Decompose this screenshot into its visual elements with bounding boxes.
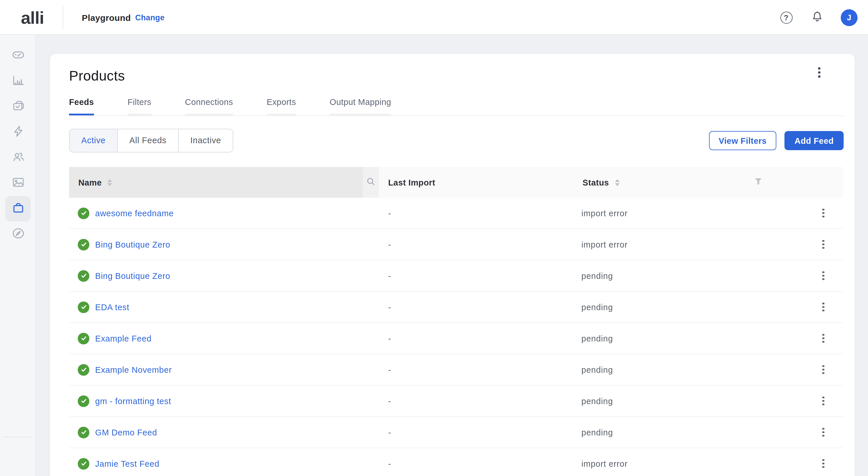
status-value: pending (581, 396, 613, 406)
sidebar-item-automations[interactable] (5, 120, 31, 145)
last-import-value: - (388, 334, 391, 343)
check-circle-icon (78, 301, 89, 313)
table-row: Bing Boutique Zero - pending (69, 260, 843, 292)
table-body: awesome feedname - import error Bing Bou… (69, 198, 843, 476)
row-menu-button[interactable] (816, 298, 830, 316)
column-header-name[interactable]: Name (69, 167, 363, 198)
status-value: pending (581, 302, 613, 312)
table-row: awesome feedname - import error (69, 198, 843, 229)
check-circle-icon (78, 333, 89, 344)
last-import-value: - (388, 459, 391, 468)
column-header-status[interactable]: Status (583, 178, 619, 187)
feed-name-link[interactable]: Example November (95, 365, 172, 374)
sidebar (0, 35, 36, 476)
sidebar-divider (3, 437, 32, 437)
feed-name-link[interactable]: GM Demo Feed (95, 428, 157, 437)
app-root: alli Playground Change ? J (0, 0, 868, 476)
briefcase-check-icon (11, 99, 25, 114)
help-button[interactable]: ? (779, 10, 793, 24)
speedometer-icon (11, 48, 25, 64)
notifications-button[interactable] (810, 10, 824, 24)
status-value: import error (581, 240, 627, 249)
row-menu-button[interactable] (816, 330, 830, 347)
sidebar-item-dashboard[interactable] (5, 43, 31, 68)
lightning-icon (11, 124, 25, 140)
view-filters-button[interactable]: View Filters (709, 131, 776, 150)
user-avatar[interactable]: J (841, 9, 858, 26)
compass-icon (11, 227, 25, 242)
feed-filter-segmented-control: ActiveAll FeedsInactive (69, 129, 233, 152)
last-import-value: - (388, 302, 391, 312)
table-row: Jamie Test Feed - import error (69, 448, 843, 476)
feed-name-link[interactable]: gm - formatting test (95, 396, 171, 406)
table-header: Name Last Import Status (69, 167, 843, 198)
filter-funnel-icon (754, 177, 763, 188)
check-circle-icon (78, 427, 89, 438)
status-value: pending (581, 334, 613, 343)
last-import-value: - (388, 271, 391, 280)
row-menu-button[interactable] (816, 392, 830, 410)
top-header: alli Playground Change ? J (0, 0, 868, 35)
name-search-button[interactable] (363, 167, 379, 198)
row-menu-button[interactable] (816, 236, 830, 253)
feed-name-link[interactable]: Example Feed (95, 334, 151, 343)
status-value: pending (581, 271, 613, 280)
row-menu-button[interactable] (816, 455, 830, 472)
column-header-last-import: Last Import (388, 178, 435, 187)
feed-name-link[interactable]: Bing Boutique Zero (95, 240, 170, 249)
users-icon (11, 150, 25, 166)
segment-active[interactable]: Active (70, 129, 118, 152)
status-value: import error (581, 459, 627, 468)
tab-output-mapping[interactable]: Output Mapping (330, 97, 391, 115)
tab-feeds[interactable]: Feeds (69, 97, 94, 115)
feed-name-link[interactable]: Jamie Test Feed (95, 459, 159, 468)
sidebar-item-products[interactable] (5, 196, 31, 222)
bell-icon (810, 9, 824, 25)
tab-bar: FeedsFiltersConnectionsExportsOutput Map… (69, 97, 844, 116)
check-circle-icon (78, 207, 89, 219)
name-column-label: Name (78, 178, 102, 187)
sidebar-item-audiences[interactable] (5, 145, 31, 170)
row-menu-button[interactable] (816, 267, 830, 284)
feeds-table: Name Last Import Status (69, 167, 843, 476)
sort-icon[interactable] (107, 179, 112, 186)
sidebar-item-creative[interactable] (5, 170, 31, 196)
status-value: pending (581, 365, 613, 374)
tab-connections[interactable]: Connections (185, 97, 233, 115)
change-workspace-link[interactable]: Change (135, 13, 164, 22)
sort-icon[interactable] (615, 179, 619, 186)
segment-all-feeds[interactable]: All Feeds (118, 129, 179, 152)
bar-chart-icon (11, 73, 25, 89)
feed-name-link[interactable]: awesome feedname (95, 208, 174, 218)
check-circle-icon (78, 239, 89, 250)
sidebar-item-tasks[interactable] (5, 94, 31, 120)
row-menu-button[interactable] (816, 204, 830, 222)
workspace-name: Playground (82, 13, 131, 23)
table-row: Bing Boutique Zero - import error (69, 229, 843, 260)
feed-name-link[interactable]: Bing Boutique Zero (95, 271, 170, 280)
row-menu-button[interactable] (816, 423, 830, 441)
sidebar-item-analytics[interactable] (5, 68, 31, 94)
table-row: gm - formatting test - pending (69, 385, 843, 417)
row-menu-button[interactable] (816, 361, 830, 378)
status-filter-button[interactable] (750, 167, 767, 198)
status-column-label: Status (583, 178, 609, 187)
page-title: Products (69, 54, 844, 84)
check-circle-icon (78, 364, 89, 375)
tab-exports[interactable]: Exports (267, 97, 296, 115)
sidebar-item-insights[interactable] (5, 222, 31, 247)
card-menu-button[interactable] (812, 65, 827, 80)
segment-inactive[interactable]: Inactive (179, 129, 232, 152)
status-value: import error (581, 208, 627, 218)
image-icon (11, 175, 25, 191)
feed-name-link[interactable]: EDA test (95, 302, 129, 312)
last-import-column-label: Last Import (388, 178, 435, 187)
app-logo: alli (21, 8, 44, 28)
check-circle-icon (78, 458, 89, 469)
last-import-value: - (388, 365, 391, 374)
add-feed-button[interactable]: Add Feed (785, 131, 844, 150)
help-icon: ? (780, 11, 792, 24)
toolbar: ActiveAll FeedsInactive View Filters Add… (69, 129, 844, 152)
tab-filters[interactable]: Filters (128, 97, 151, 115)
status-value: pending (581, 428, 613, 437)
